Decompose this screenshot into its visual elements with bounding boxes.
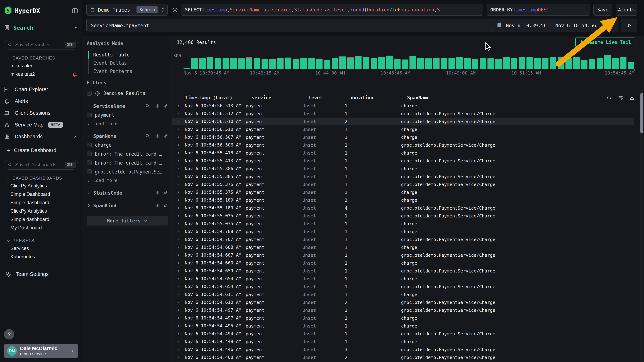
table-row[interactable]: Nov 6 10:54:55.413 AMpaymentUnset1grpc.o… [172,157,634,165]
histogram-bar[interactable] [371,58,377,69]
chart-icon[interactable] [154,134,159,139]
preset-item[interactable]: Services [4,244,78,253]
search-icon[interactable] [145,134,150,139]
filter-option[interactable]: Error: The credit card … [87,151,168,157]
table-row[interactable]: Nov 6 10:54:54.611 AMpaymentUnset1charge [172,291,634,298]
histogram-bar[interactable] [628,62,634,69]
histogram-bar[interactable] [386,56,393,69]
histogram-bar[interactable] [215,58,221,69]
pin-icon[interactable] [163,103,168,108]
chevron-down-icon[interactable] [87,104,91,108]
table-row[interactable]: Nov 6 10:54:54.660 AMpaymentUnset1charge [172,259,634,267]
histogram-bar[interactable] [308,58,315,69]
run-query-button[interactable] [621,18,637,32]
filter-group-statuscode[interactable]: StatusCode [87,190,168,196]
histogram-bar[interactable] [472,59,478,69]
histogram-bar[interactable] [526,57,533,69]
alerts-button[interactable]: Alerts [616,4,637,15]
table-row[interactable]: Nov 6 10:54:56.510 AMpaymentUnset1charge [172,125,634,133]
save-button[interactable]: Save [593,4,612,15]
pin-icon[interactable] [163,203,168,208]
collapse-sidebar-icon[interactable] [72,7,78,14]
table-row[interactable]: Nov 6 10:54:54.610 AMpaymentUnset2grpc.o… [172,298,634,306]
presets-section[interactable]: PRESETS [6,238,78,243]
table-row[interactable]: Nov 6 10:54:55.385 AMpaymentUnset1grpc.o… [172,173,634,181]
pin-icon[interactable] [163,134,168,139]
filter-option[interactable]: payment [87,112,168,118]
histogram-bar[interactable] [300,58,307,69]
chart-icon[interactable] [154,190,159,195]
table-row[interactable]: Nov 6 10:54:55.413 AMpaymentUnset1charge [172,149,634,157]
view-source-icon[interactable] [606,95,612,100]
table-row[interactable]: Nov 6 10:54:54.497 AMpaymentUnset1charge [172,314,634,322]
histogram-bar[interactable] [293,59,299,69]
histogram-bar[interactable] [199,58,206,69]
checkbox[interactable] [87,143,92,147]
column-header-duration[interactable]: duration [345,95,401,100]
results-histogram[interactable] [184,55,634,69]
saved-search-item[interactable]: mikes tets2 [4,70,78,78]
scrollbar-thumb[interactable] [640,93,643,133]
saved-dashboard-item[interactable]: Simple Dashboard [4,190,78,198]
filter-group-spanname[interactable]: SpanName [87,133,168,139]
chevron-up-icon[interactable] [74,25,78,30]
saved-searches-section[interactable]: SAVED SEARCHES [6,56,78,61]
wrap-lines-icon[interactable] [618,95,623,100]
pin-icon[interactable] [163,190,168,195]
table-row[interactable]: Nov 6 10:54:54.708 AMpaymentUnset1charge [172,228,634,235]
drag-handle-icon[interactable] [246,95,249,100]
histogram-bar[interactable] [566,58,572,69]
saved-dashboards-input[interactable]: Saved Dashboards ⌘K [4,160,78,170]
table-row[interactable]: Nov 6 10:54:54.495 AMpaymentUnset1charge [172,322,634,330]
drag-handle-icon[interactable] [302,95,306,100]
sidebar-item-team-settings[interactable]: Team Settings [5,271,78,277]
saved-dashboard-item[interactable]: ClickPy Analytics [4,207,78,215]
checkbox[interactable] [87,169,92,174]
filter-option[interactable]: charge [87,142,168,148]
histogram-bar[interactable] [417,58,424,69]
histogram-bar[interactable] [542,58,549,69]
sql-select-editor[interactable]: SELECT Timestamp, ServiceName as service… [181,4,483,15]
table-row[interactable]: Nov 6 10:54:56.513 AMpaymentUnset1charge [172,102,634,110]
histogram-bar[interactable] [254,58,260,69]
load-more-button[interactable]: Load more [87,121,168,126]
histogram-bar[interactable] [495,59,502,69]
column-header-level[interactable]: level [302,95,345,100]
filter-group-spankind[interactable]: SpanKind [87,203,168,208]
table-row[interactable]: Nov 6 10:54:55.375 AMpaymentUnset1grpc.o… [172,181,634,188]
more-filters-button[interactable]: More filters [87,216,168,225]
histogram-bar[interactable] [262,59,268,69]
help-button[interactable]: ? [4,329,14,340]
table-row[interactable]: Nov 6 10:54:54.448 AMpaymentUnset1charge [172,338,634,346]
histogram-bar[interactable] [503,57,510,69]
histogram-bar[interactable] [433,58,440,69]
column-header-service[interactable]: service [246,95,302,100]
histogram-bar[interactable] [363,57,370,69]
table-row[interactable]: Nov 6 10:54:55.386 AMpaymentUnset1charge [172,165,634,173]
histogram-bar[interactable] [581,60,588,69]
histogram-bar[interactable] [355,56,362,69]
chevron-up-icon[interactable] [74,134,78,140]
histogram-bar[interactable] [277,58,284,69]
table-row[interactable]: Nov 6 10:54:56.506 AMpaymentUnset2grpc.o… [172,141,634,149]
table-row[interactable]: Nov 6 10:54:56.507 AMpaymentUnset1charge [172,133,634,141]
histogram-bar[interactable] [612,58,619,69]
saved-dashboard-item[interactable]: Simple dashboard [4,198,78,207]
column-header-timestamp-local-[interactable]: Timestamp (Local) [185,95,246,100]
histogram-bar[interactable] [316,59,323,69]
sidebar-item-dashboards[interactable]: Dashboards [4,131,78,142]
histogram-bar[interactable] [441,58,448,69]
table-row[interactable]: Nov 6 10:54:54.654 AMpaymentUnset1charge [172,275,634,283]
checkbox[interactable] [87,91,92,96]
table-row[interactable]: Nov 6 10:54:54.494 AMpaymentUnset1grpc.o… [172,330,634,338]
column-header-spanname[interactable]: SpanName [401,95,634,100]
table-row[interactable]: Nov 6 10:54:54.707 AMpaymentUnset1grpc.o… [172,235,634,243]
table-row[interactable]: Nov 6 10:54:54.654 AMpaymentUnset1grpc.o… [172,283,634,291]
table-row[interactable]: Nov 6 10:54:55.189 AMpaymentUnset4grpc.o… [172,204,634,212]
download-icon[interactable] [629,95,635,100]
histogram-bar[interactable] [394,59,400,69]
saved-searches-input[interactable]: Saved Searches ⌘K [4,40,78,49]
saved-dashboards-section[interactable]: SAVED DASHBOARDS [6,176,78,181]
table-row[interactable]: Nov 6 10:54:54.688 AMpaymentUnset1charge [172,243,634,251]
chart-icon[interactable] [154,103,159,108]
